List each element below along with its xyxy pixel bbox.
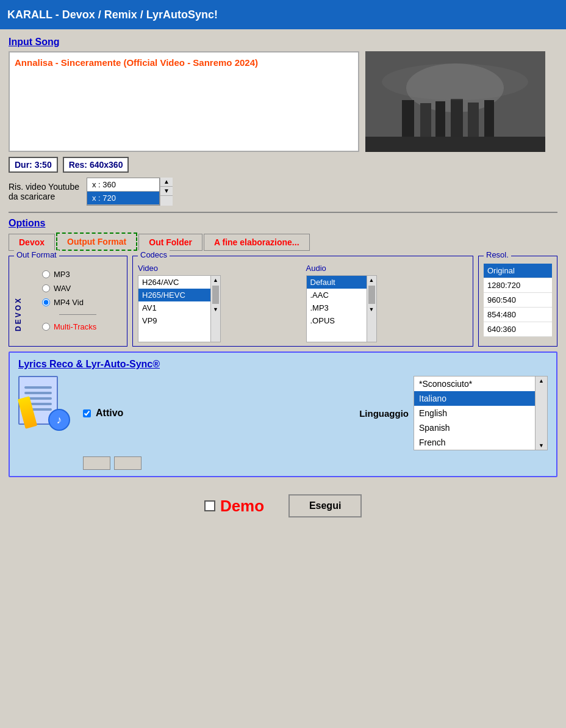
svg-rect-2 (402, 100, 414, 137)
lyrics-icon: ♪ (18, 376, 73, 431)
codec-av1[interactable]: AV1 (138, 301, 210, 314)
tab-out-folder[interactable]: Out Folder (138, 234, 202, 251)
lang-scroll-up[interactable]: ▲ (537, 378, 546, 384)
resol-960[interactable]: 960:540 (484, 293, 552, 308)
codec-default[interactable]: Default (307, 276, 367, 289)
resol-1280[interactable]: 1280:720 (484, 278, 552, 293)
codec-vp9[interactable]: VP9 (138, 314, 210, 327)
out-format-label: Out Format (14, 250, 59, 259)
radio-multi[interactable]: Multi-Tracks (42, 322, 96, 331)
small-buttons-row (83, 456, 548, 470)
resol-640[interactable]: 640:360 (484, 322, 552, 337)
svg-rect-6 (468, 103, 479, 137)
language-dropdown[interactable]: *Sconosciuto* Italiano English Spanish F… (414, 376, 548, 450)
audio-codec-list[interactable]: Default .AAC .MP3 .OPUS (306, 275, 367, 342)
lang-english[interactable]: English (414, 406, 535, 420)
res-option-360[interactable]: x : 360 (87, 178, 159, 192)
audio-codec-label: Audio (306, 264, 468, 273)
video-codec-scrollbar[interactable]: ▲ ▼ (211, 275, 221, 342)
svg-rect-9 (365, 137, 545, 152)
lang-spanish[interactable]: Spanish (414, 420, 535, 435)
radio-wav[interactable]: WAV (42, 284, 96, 293)
lang-italiano[interactable]: Italiano (414, 391, 535, 406)
attivo-checkbox[interactable] (83, 409, 91, 417)
tab-output-format[interactable]: Output Format (56, 232, 137, 251)
music-note-icon: ♪ (48, 409, 70, 431)
svg-point-8 (382, 63, 528, 100)
linguaggio-label: Linguaggio (359, 408, 409, 419)
lang-sconosciuto[interactable]: *Sconosciuto* (414, 377, 535, 391)
video-thumbnail (365, 51, 545, 152)
audio-codec-col: Audio Default .AAC .MP3 .OPUS ▲ (306, 264, 468, 342)
svg-rect-7 (484, 100, 494, 137)
radio-mp3[interactable]: MP3 (42, 270, 96, 279)
radio-mp4[interactable]: MP4 Vid (42, 298, 96, 307)
lang-french[interactable]: French (414, 435, 535, 450)
duration-badge: Dur: 3:50 (9, 157, 58, 173)
resol-label: Resol. (484, 250, 511, 259)
input-song-title: Input Song (9, 37, 557, 48)
tab-a-fine[interactable]: A fine elaborazione... (204, 234, 310, 251)
codec-aac[interactable]: .AAC (307, 289, 367, 301)
small-btn-1[interactable] (83, 456, 110, 470)
svg-rect-4 (435, 101, 445, 137)
small-btn-2[interactable] (114, 456, 142, 470)
resolution-badge: Res: 640x360 (63, 157, 129, 173)
resol-list: Original 1280:720 960:540 854:480 640:36… (484, 264, 552, 337)
demo-check-area: Demo (204, 497, 264, 516)
demo-checkbox[interactable] (204, 500, 215, 511)
lang-scroll-down[interactable]: ▼ (537, 442, 546, 449)
audio-scroll-up[interactable]: ▲ (367, 276, 376, 284)
tab-devox[interactable]: Devox (9, 234, 55, 251)
resol-box: Resol. Original 1280:720 960:540 854:480… (478, 256, 557, 347)
song-title-box[interactable]: Annalisa - Sinceramente (Official Video … (9, 51, 359, 152)
lang-scrollbar[interactable]: ▲ ▼ (536, 376, 548, 450)
lyrics-controls: Attivo Linguaggio *Sconosciuto* Italiano… (83, 376, 548, 470)
attivo-label: Attivo (96, 408, 123, 419)
esegui-button[interactable]: Esegui (288, 494, 362, 517)
audio-scroll-down[interactable]: ▼ (367, 305, 376, 314)
app-title: KARALL - Devox / Remix / LyrAutoSync! (7, 9, 218, 21)
codecs-box: Codecs Video H264/AVC H265/HEVC AV1 VP9 (132, 256, 473, 347)
res-spinner-control[interactable]: x : 360 x : 720 ▲ ▼ (87, 178, 173, 206)
svg-rect-3 (420, 103, 431, 137)
codec-mp3[interactable]: .MP3 (307, 301, 367, 314)
out-format-box: Out Format DEVOX MP3 WAV (9, 256, 127, 347)
title-bar: KARALL - Devox / Remix / LyrAutoSync! (0, 0, 566, 29)
resol-original[interactable]: Original (484, 264, 552, 278)
video-codec-list[interactable]: H264/AVC H265/HEVC AV1 VP9 (138, 275, 211, 342)
resol-854[interactable]: 854:480 (484, 308, 552, 322)
codec-h264[interactable]: H264/AVC (138, 276, 210, 289)
codec-opus[interactable]: .OPUS (307, 314, 367, 327)
svg-rect-5 (451, 99, 463, 137)
spinner-down-arrow[interactable]: ▼ (160, 187, 173, 196)
lyrics-title: Lyrics Reco & Lyr-Auto-Sync® (18, 359, 548, 370)
video-scroll-up[interactable]: ▲ (211, 276, 220, 284)
codec-h265[interactable]: H265/HEVC (138, 289, 210, 301)
options-title: Options (9, 218, 557, 229)
video-codec-col: Video H264/AVC H265/HEVC AV1 VP9 ▲ (138, 264, 300, 342)
bottom-row: Demo Esegui (9, 485, 557, 525)
demo-label: Demo (220, 497, 264, 516)
video-scroll-down[interactable]: ▼ (211, 305, 220, 314)
song-title-text: Annalisa - Sinceramente (Official Video … (15, 57, 258, 68)
video-codec-label: Video (138, 264, 300, 273)
res-spinner-label: Ris. video Youtube da scaricare (9, 182, 79, 201)
codecs-label: Codecs (138, 250, 170, 259)
format-options: MP3 WAV MP4 Vid Multi- (42, 270, 96, 331)
lyrics-section: Lyrics Reco & Lyr-Auto-Sync® ♪ (9, 351, 557, 477)
devox-vertical-label: DEVOX (14, 265, 23, 331)
spinner-up-arrow[interactable]: ▲ (160, 178, 173, 187)
audio-codec-scrollbar[interactable]: ▲ ▼ (367, 275, 377, 342)
res-option-720[interactable]: x : 720 (87, 192, 159, 205)
